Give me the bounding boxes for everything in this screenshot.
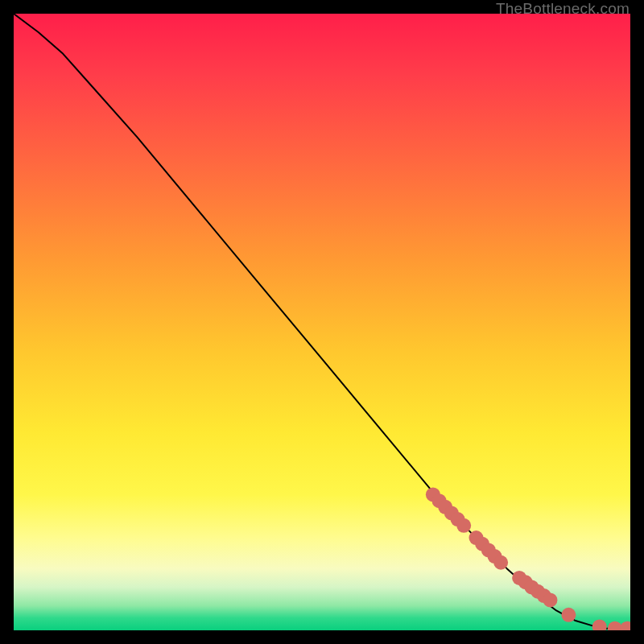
chart-svg [14, 14, 630, 630]
chart-stage: TheBottleneck.com [0, 0, 644, 644]
scatter-point [592, 619, 607, 630]
scatter-point [561, 608, 576, 622]
scatter-points [426, 487, 630, 630]
scatter-point [608, 621, 622, 630]
scatter-point [456, 518, 471, 533]
scatter-point [493, 555, 508, 570]
watermark-text: TheBottleneck.com [496, 0, 630, 18]
curve-path [14, 14, 630, 629]
scatter-point [620, 621, 630, 630]
scatter-point [543, 592, 557, 607]
plot-area [14, 14, 630, 630]
